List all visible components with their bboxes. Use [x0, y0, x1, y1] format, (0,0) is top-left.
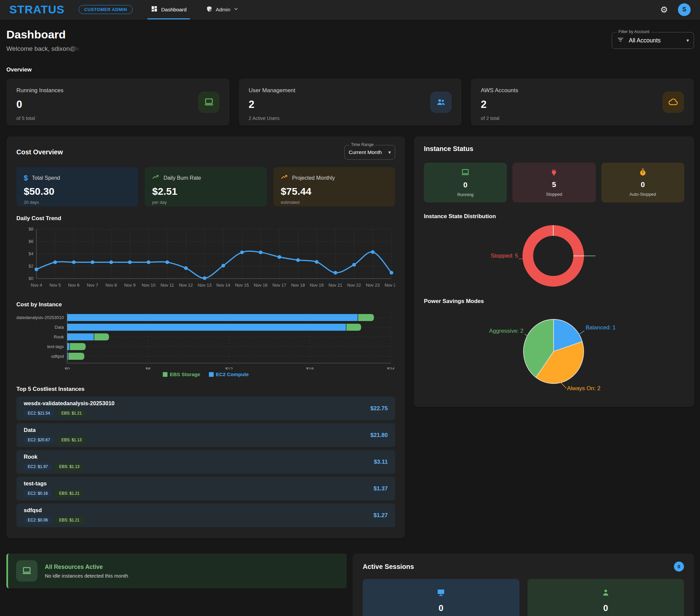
- stat-label: Daily Burn Rate: [163, 175, 201, 181]
- svg-text:test-tags: test-tags: [47, 344, 64, 349]
- svg-text:Nov 6: Nov 6: [68, 283, 79, 287]
- legend-label: EC2 Compute: [216, 371, 249, 377]
- instance-total-cost: $1.37: [373, 485, 388, 492]
- ec2-cost-chip: EC2: $21.54: [24, 410, 54, 417]
- svg-text:Data: Data: [55, 325, 64, 330]
- svg-text:Nov 11: Nov 11: [161, 283, 174, 287]
- brand-logo[interactable]: STRATUS: [9, 3, 64, 16]
- status-value: 5: [552, 180, 556, 189]
- chevron-down-icon: [233, 7, 239, 13]
- ec2-cost-chip: EC2: $0.06: [24, 516, 52, 524]
- card-value: 0: [16, 99, 63, 111]
- stat-value: $2.51: [152, 186, 259, 197]
- cost-row: wesdx-validatedanalysis-20253010 EC2: $2…: [16, 397, 395, 420]
- svg-text:sdfqsd: sdfqsd: [51, 354, 64, 359]
- svg-text:Nov 16: Nov 16: [254, 283, 267, 287]
- legend-item-ebs: EBS Storage: [163, 371, 200, 377]
- caret-down-icon: ▾: [686, 37, 689, 43]
- legend-swatch-green: [163, 372, 167, 377]
- laptop-icon: [16, 560, 37, 581]
- daily-cost-trend-title: Daily Cost Trend: [16, 215, 395, 222]
- svg-text:Nov 5: Nov 5: [49, 283, 61, 287]
- main-content: Dashboard Welcome back, sdixon@w Filter …: [0, 20, 700, 616]
- cloud-icon: [663, 91, 684, 113]
- svg-text:Nov 13: Nov 13: [198, 283, 211, 287]
- daily-cost-trend-chart: Nov 4Nov 5Nov 6Nov 7Nov 8Nov 9Nov 10Nov …: [16, 224, 395, 291]
- power-modes-title: Power Savings Modes: [424, 298, 684, 305]
- banner-subtitle: No idle instances detected this month: [45, 573, 128, 579]
- status-tile-stopped: 5 Stopped: [512, 163, 595, 203]
- page-title: Dashboard: [7, 28, 81, 41]
- top5-list: wesdx-validatedanalysis-20253010 EC2: $2…: [16, 397, 395, 527]
- ec2-cost-chip: EC2: $1.97: [24, 463, 52, 470]
- instance-name: test-tags: [24, 480, 84, 487]
- stat-label: Projected Monthly: [292, 175, 335, 181]
- status-tile-auto-stopped: 0 Auto-Stopped: [601, 163, 684, 203]
- account-filter-value: All Accounts: [629, 37, 682, 44]
- people-icon: [430, 91, 452, 113]
- status-value: 0: [641, 180, 645, 189]
- cost-row: test-tags EC2: $0.16 EBS: $1.21 $1.37: [16, 477, 395, 500]
- svg-text:$18: $18: [306, 367, 314, 370]
- settings-gear-icon[interactable]: ⚙: [660, 5, 668, 14]
- cost-by-instance-chart: $0$6$12$18$24datedanalysis-20253010DataR…: [16, 311, 395, 370]
- cost-row: Data EC2: $20.67 EBS: $1.13 $21.80: [16, 423, 395, 447]
- instance-total-cost: $22.75: [371, 405, 388, 412]
- time-range-select[interactable]: Time Range Current Month ▾: [344, 145, 395, 160]
- svg-text:Nov 19: Nov 19: [310, 283, 324, 287]
- power-plug-icon: [550, 168, 558, 178]
- admin-menu-label: Admin: [216, 7, 230, 13]
- status-label: Running: [457, 192, 473, 197]
- tile-active-users: 0 Active Users: [527, 579, 684, 616]
- cost-row: sdfqsd EC2: $0.06 EBS: $1.21 $1.27: [16, 503, 395, 527]
- svg-text:Nov 17: Nov 17: [273, 283, 286, 287]
- card-subtitle: 2 Active Users: [249, 116, 296, 121]
- stat-subtitle: estimated: [281, 200, 388, 205]
- dollar-icon: $: [24, 174, 28, 182]
- active-sessions-panel: Active Sessions 0 0 Active Sessions 0 Ac…: [353, 553, 694, 616]
- user-avatar[interactable]: S: [678, 3, 691, 16]
- tile-value: 0: [603, 603, 608, 613]
- account-filter-select[interactable]: Filter by Account All Accounts ▾: [612, 32, 694, 49]
- card-subtitle: of 5 total: [16, 116, 63, 121]
- tab-dashboard[interactable]: Dashboard: [147, 0, 190, 20]
- trending-up-icon: [281, 174, 288, 182]
- admin-shield-icon: [206, 6, 213, 14]
- svg-text:Nov 18: Nov 18: [291, 283, 305, 287]
- svg-text:Nov 10: Nov 10: [142, 283, 155, 287]
- svg-text:Nov 8: Nov 8: [105, 283, 117, 287]
- cost-overview-panel: Cost Overview Time Range Current Month ▾…: [7, 136, 405, 538]
- instance-name: wesdx-validatedanalysis-20253010: [24, 400, 115, 407]
- svg-text:Nov 7: Nov 7: [87, 283, 98, 287]
- account-filter-label: Filter by Account: [617, 29, 651, 34]
- tile-value: 0: [439, 603, 443, 613]
- svg-text:Stopped: 5: Stopped: 5: [491, 253, 518, 259]
- svg-text:$0: $0: [29, 276, 34, 281]
- state-distribution-title: Instance State Distribution: [424, 213, 684, 220]
- cost-overview-title: Cost Overview: [16, 145, 63, 156]
- filter-icon: [617, 36, 624, 45]
- tile-active-sessions: 0 Active Sessions: [363, 579, 520, 616]
- svg-text:Nov 12: Nov 12: [179, 283, 193, 287]
- stat-value: $50.30: [24, 186, 131, 197]
- instance-name: Rook: [24, 454, 84, 460]
- instance-total-cost: $21.80: [371, 432, 388, 439]
- person-icon: [601, 588, 610, 598]
- dashboard-grid-icon: [151, 5, 158, 14]
- cost-row: Rook EC2: $1.97 EBS: $1.13 $3.11: [16, 450, 395, 474]
- admin-menu[interactable]: Admin: [203, 0, 241, 20]
- time-range-label: Time Range: [349, 142, 375, 147]
- monitor-icon: [437, 588, 445, 598]
- instance-status-panel: Instance Status 0 Running 5 Stopped: [414, 136, 694, 407]
- card-aws-accounts: AWS Accounts 2 of 2 total: [471, 78, 694, 126]
- stat-label: Total Spend: [32, 175, 60, 181]
- status-label: Auto-Stopped: [629, 192, 656, 197]
- svg-text:Nov 14: Nov 14: [216, 283, 230, 287]
- status-label: Stopped: [546, 192, 562, 197]
- card-running-instances: Running Instances 0 of 5 total: [7, 78, 230, 126]
- ebs-cost-chip: EBS: $1.21: [55, 490, 84, 497]
- svg-text:Nov 21: Nov 21: [329, 283, 342, 287]
- card-title: AWS Accounts: [481, 87, 518, 94]
- legend-swatch-blue: [209, 372, 214, 377]
- trending-up-icon: [152, 174, 160, 182]
